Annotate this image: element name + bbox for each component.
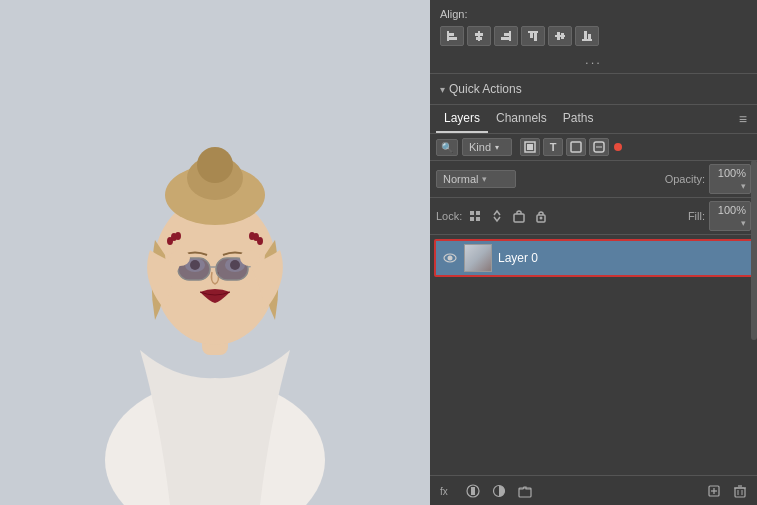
lock-artboard-btn[interactable]	[510, 207, 528, 225]
svg-rect-31	[504, 33, 509, 36]
svg-rect-35	[534, 33, 537, 41]
opacity-label: Opacity:	[665, 173, 705, 185]
layer-name-label: Layer 0	[498, 251, 745, 265]
svg-rect-28	[475, 33, 483, 36]
svg-rect-44	[571, 142, 581, 152]
layer-visibility-toggle[interactable]	[442, 250, 458, 266]
svg-text:fx: fx	[440, 486, 448, 497]
filter-shape-btn[interactable]	[566, 138, 586, 156]
search-icon: 🔍	[441, 142, 453, 153]
filter-pixel-btn[interactable]	[520, 138, 540, 156]
layers-panel-menu-icon[interactable]: ≡	[735, 107, 751, 131]
svg-rect-41	[588, 34, 591, 39]
svg-point-55	[448, 256, 453, 261]
lock-all-btn[interactable]	[532, 207, 550, 225]
blend-opacity-row: Normal ▾ Opacity: 100% ▾	[430, 161, 757, 198]
align-left-btn[interactable]	[440, 26, 464, 46]
align-bottom-btn[interactable]	[575, 26, 599, 46]
panel-scrollbar[interactable]	[751, 160, 757, 340]
lock-pixels-btn[interactable]	[466, 207, 484, 225]
fill-input[interactable]: 100% ▾	[709, 201, 751, 231]
opacity-arrow-icon: ▾	[741, 181, 746, 191]
svg-rect-34	[530, 33, 533, 38]
svg-rect-48	[476, 211, 480, 215]
align-center-v-btn[interactable]	[548, 26, 572, 46]
svg-rect-38	[561, 33, 564, 39]
layer-thumbnail	[464, 244, 492, 272]
svg-rect-49	[470, 217, 474, 221]
svg-rect-37	[557, 32, 560, 40]
layer-row[interactable]: Layer 0	[434, 239, 753, 277]
kind-label: Kind	[469, 141, 491, 153]
new-layer-btn[interactable]	[703, 480, 725, 502]
layers-filter-toolbar: 🔍 Kind ▾ T	[430, 134, 757, 161]
svg-rect-64	[735, 488, 745, 497]
collapse-arrow-icon: ▾	[440, 84, 445, 95]
quick-actions-label: Quick Actions	[449, 82, 522, 96]
delete-layer-btn[interactable]	[729, 480, 751, 502]
align-label: Align:	[440, 8, 747, 20]
new-group-btn[interactable]	[514, 480, 536, 502]
layers-bottom-bar: fx	[430, 475, 757, 505]
filter-active-indicator	[614, 143, 622, 151]
svg-rect-29	[476, 37, 482, 40]
fill-arrow-icon: ▾	[741, 218, 746, 228]
svg-rect-40	[584, 31, 587, 39]
lock-position-btn[interactable]	[488, 207, 506, 225]
filter-icons-group: T	[520, 138, 622, 156]
blend-mode-dropdown[interactable]: Normal ▾	[436, 170, 516, 188]
lock-fill-row: Lock: Fill: 100% ▾	[430, 198, 757, 235]
quick-actions-header[interactable]: ▾ Quick Actions	[440, 82, 747, 96]
properties-panel: Align: ... ▾	[430, 0, 757, 505]
align-buttons-row	[440, 26, 747, 46]
layers-list: Layer 0	[430, 235, 757, 475]
svg-point-23	[249, 232, 255, 240]
svg-rect-51	[514, 214, 524, 222]
fill-label: Fill:	[688, 210, 705, 222]
new-fill-adjustment-btn[interactable]	[488, 480, 510, 502]
kind-arrow-icon: ▾	[495, 143, 499, 152]
svg-rect-58	[471, 487, 475, 495]
filter-text-btn[interactable]: T	[543, 138, 563, 156]
align-more-options[interactable]: ...	[440, 50, 747, 69]
svg-rect-26	[449, 37, 457, 40]
svg-rect-39	[582, 39, 592, 41]
filter-smart-btn[interactable]	[589, 138, 609, 156]
layers-panel: Layers Channels Paths ≡ 🔍 Kind ▾ T	[430, 105, 757, 505]
svg-rect-25	[449, 33, 454, 36]
align-right-btn[interactable]	[494, 26, 518, 46]
quick-actions-section: ▾ Quick Actions	[430, 74, 757, 105]
add-layer-style-btn[interactable]: fx	[436, 480, 458, 502]
blend-mode-label: Normal	[443, 173, 478, 185]
lock-icons-group	[466, 207, 550, 225]
align-top-btn[interactable]	[521, 26, 545, 46]
tab-paths[interactable]: Paths	[555, 105, 602, 133]
lock-label: Lock:	[436, 210, 462, 222]
tab-channels[interactable]: Channels	[488, 105, 555, 133]
fill-group: Fill: 100% ▾	[688, 201, 751, 231]
svg-rect-33	[528, 31, 538, 33]
opacity-group: Opacity: 100% ▾	[665, 164, 751, 194]
align-section: Align: ...	[430, 0, 757, 74]
search-kind-button[interactable]: 🔍	[436, 139, 458, 156]
svg-point-19	[175, 232, 181, 240]
svg-rect-50	[476, 217, 480, 221]
layers-tabs-row: Layers Channels Paths ≡	[430, 105, 757, 134]
svg-rect-32	[501, 37, 509, 40]
opacity-input[interactable]: 100% ▾	[709, 164, 751, 194]
tab-layers[interactable]: Layers	[436, 105, 488, 133]
svg-rect-47	[470, 211, 474, 215]
align-center-h-btn[interactable]	[467, 26, 491, 46]
add-mask-btn[interactable]	[462, 480, 484, 502]
photo-canvas	[0, 0, 430, 505]
svg-rect-43	[527, 144, 533, 150]
svg-rect-24	[447, 31, 449, 41]
kind-dropdown[interactable]: Kind ▾	[462, 138, 512, 156]
svg-point-6	[197, 147, 233, 183]
svg-point-53	[540, 217, 543, 220]
svg-rect-30	[509, 31, 511, 41]
blend-mode-arrow-icon: ▾	[482, 174, 487, 184]
